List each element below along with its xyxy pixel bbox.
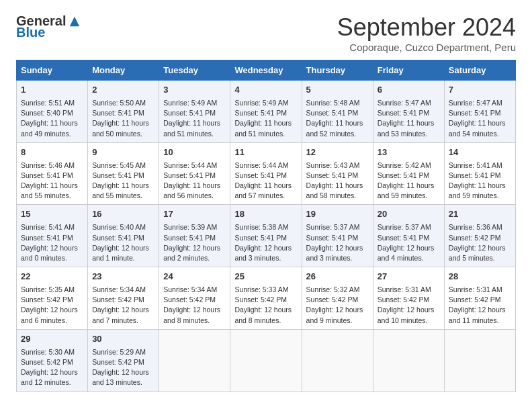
sunset-label: Sunset: 5:41 PM [234,234,287,242]
daylight-label: Daylight: 12 hours and 0 minutes. [21,244,78,262]
day-number: 3 [163,84,226,97]
daylight-label: Daylight: 11 hours and 50 minutes. [92,119,149,137]
sunrise-label: Sunrise: 5:33 AM [234,285,288,293]
sunrise-label: Sunrise: 5:34 AM [92,285,146,293]
day-number: 23 [92,271,154,283]
sunrise-label: Sunrise: 5:46 AM [21,161,75,169]
sunrise-label: Sunrise: 5:45 AM [92,161,146,169]
daylight-label: Daylight: 12 hours and 2 minutes. [163,244,220,262]
day-number: 4 [234,84,297,97]
sunrise-label: Sunrise: 5:51 AM [21,99,75,107]
daylight-label: Daylight: 12 hours and 3 minutes. [234,244,292,262]
day-header-tuesday: Tuesday [159,60,230,81]
day-number: 22 [21,271,83,283]
calendar-cell: 25Sunrise: 5:33 AMSunset: 5:42 PMDayligh… [230,267,302,330]
calendar-cell: 29Sunrise: 5:30 AMSunset: 5:42 PMDayligh… [17,329,88,392]
calendar-cell [159,329,230,392]
sunset-label: Sunset: 5:42 PM [306,295,359,304]
day-number: 15 [21,208,83,221]
daylight-label: Daylight: 12 hours and 6 minutes. [21,306,78,324]
day-number: 2 [92,84,154,97]
day-number: 10 [163,146,226,159]
sunset-label: Sunset: 5:41 PM [306,171,359,179]
calendar-cell: 17Sunrise: 5:39 AMSunset: 5:41 PMDayligh… [159,205,230,267]
sunrise-label: Sunrise: 5:41 AM [449,161,502,169]
sunset-label: Sunset: 5:42 PM [234,295,287,304]
logo-blue-text: Blue [16,25,45,40]
header: General Blue September 2024 Coporaque, C… [16,13,516,53]
day-number: 5 [306,84,369,97]
calendar-week-4: 22Sunrise: 5:35 AMSunset: 5:42 PMDayligh… [17,267,516,330]
daylight-label: Daylight: 11 hours and 59 minutes. [378,181,435,199]
calendar-cell: 13Sunrise: 5:42 AMSunset: 5:41 PMDayligh… [373,142,444,205]
day-number: 24 [163,271,226,283]
daylight-label: Daylight: 12 hours and 9 minutes. [306,306,363,324]
day-header-friday: Friday [373,60,444,81]
sunset-label: Sunset: 5:41 PM [21,171,73,179]
calendar-cell: 9Sunrise: 5:45 AMSunset: 5:41 PMDaylight… [88,142,159,205]
sunrise-label: Sunrise: 5:34 AM [163,285,217,293]
day-number: 30 [92,333,154,346]
sunset-label: Sunset: 5:41 PM [378,234,430,242]
calendar-cell: 14Sunrise: 5:41 AMSunset: 5:41 PMDayligh… [444,142,515,205]
day-number: 6 [378,84,440,97]
day-number: 16 [92,208,154,221]
logo-icon [69,15,81,28]
sunrise-label: Sunrise: 5:37 AM [378,223,431,231]
day-number: 25 [234,271,297,283]
sunset-label: Sunset: 5:41 PM [163,109,216,117]
daylight-label: Daylight: 12 hours and 11 minutes. [449,306,506,324]
sunset-label: Sunset: 5:41 PM [92,234,144,242]
sunset-label: Sunset: 5:41 PM [449,109,501,117]
calendar-cell [230,329,302,392]
day-number: 1 [21,84,83,97]
sunset-label: Sunset: 5:42 PM [449,295,501,304]
sunrise-label: Sunrise: 5:31 AM [449,285,502,293]
location-title: Coporaque, Cuzco Department, Peru [337,42,516,53]
day-number: 27 [378,271,440,283]
day-number: 13 [378,146,440,159]
calendar-cell [444,329,515,392]
day-header-sunday: Sunday [17,60,88,81]
calendar-cell: 8Sunrise: 5:46 AMSunset: 5:41 PMDaylight… [17,142,88,205]
sunrise-label: Sunrise: 5:44 AM [163,161,217,169]
sunset-label: Sunset: 5:40 PM [21,109,73,117]
daylight-label: Daylight: 11 hours and 56 minutes. [163,181,220,199]
sunrise-label: Sunrise: 5:49 AM [163,99,217,107]
calendar-cell: 20Sunrise: 5:37 AMSunset: 5:41 PMDayligh… [373,205,444,267]
calendar-cell: 4Sunrise: 5:49 AMSunset: 5:41 PMDaylight… [230,81,302,143]
day-number: 29 [21,333,83,346]
sunset-label: Sunset: 5:41 PM [234,109,287,117]
sunset-label: Sunset: 5:42 PM [92,358,144,366]
sunset-label: Sunset: 5:41 PM [306,234,359,242]
sunset-label: Sunset: 5:41 PM [378,171,430,179]
sunset-label: Sunset: 5:42 PM [92,295,144,304]
day-number: 17 [163,208,226,221]
sunrise-label: Sunrise: 5:32 AM [306,285,360,293]
daylight-label: Daylight: 12 hours and 13 minutes. [92,368,149,386]
day-number: 19 [306,208,369,221]
day-header-saturday: Saturday [444,60,515,81]
day-header-thursday: Thursday [302,60,373,81]
day-number: 21 [449,208,511,221]
day-number: 28 [449,271,511,283]
sunrise-label: Sunrise: 5:43 AM [306,161,360,169]
sunset-label: Sunset: 5:41 PM [163,171,216,179]
calendar-header-row: SundayMondayTuesdayWednesdayThursdayFrid… [17,60,516,81]
calendar-table: SundayMondayTuesdayWednesdayThursdayFrid… [16,60,516,392]
daylight-label: Daylight: 12 hours and 5 minutes. [449,244,506,262]
calendar-week-5: 29Sunrise: 5:30 AMSunset: 5:42 PMDayligh… [17,329,516,392]
day-number: 9 [92,146,154,159]
day-number: 8 [21,146,83,159]
calendar-cell: 19Sunrise: 5:37 AMSunset: 5:41 PMDayligh… [302,205,373,267]
daylight-label: Daylight: 11 hours and 51 minutes. [234,119,292,137]
day-number: 12 [306,146,369,159]
sunset-label: Sunset: 5:42 PM [21,295,73,304]
daylight-label: Daylight: 12 hours and 12 minutes. [21,368,78,386]
month-title: September 2024 [337,13,516,42]
calendar-cell: 21Sunrise: 5:36 AMSunset: 5:42 PMDayligh… [444,205,515,267]
calendar-cell: 15Sunrise: 5:41 AMSunset: 5:41 PMDayligh… [17,205,88,267]
daylight-label: Daylight: 11 hours and 52 minutes. [306,119,363,137]
sunrise-label: Sunrise: 5:38 AM [234,223,288,231]
day-number: 7 [449,84,511,97]
